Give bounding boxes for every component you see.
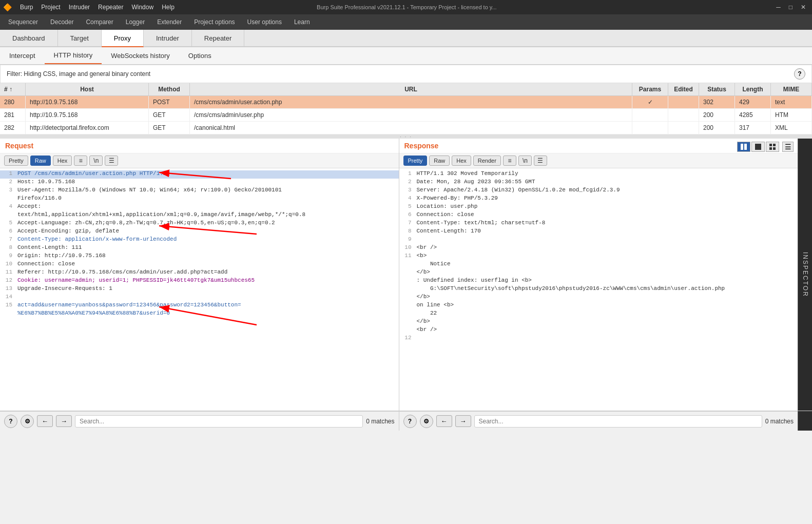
- code-line: 5 Accept-Language: zh-CN,zh;q=0.8,zh-TW;…: [0, 220, 399, 228]
- line-number: [0, 310, 15, 318]
- code-line: 8 Content-Length: 111: [0, 244, 399, 253]
- tab-decoder[interactable]: Decoder: [44, 16, 80, 28]
- response-settings-btn[interactable]: ⚙: [420, 415, 433, 428]
- response-forward-btn[interactable]: →: [455, 415, 471, 427]
- tab-project-options[interactable]: Project options: [188, 16, 241, 28]
- request-hex-btn[interactable]: Hex: [53, 156, 72, 166]
- line-number: 6: [0, 228, 15, 236]
- line-number: 10: [399, 244, 415, 253]
- tab-repeater[interactable]: Repeater: [192, 30, 244, 46]
- col-edited: Edited: [668, 83, 699, 95]
- menu-project[interactable]: Project: [37, 3, 64, 12]
- table-row[interactable]: 281 http://10.9.75.168 GET /cms/cms/admi…: [0, 109, 812, 122]
- line-content: Server: Apache/2.4.18 (Win32) OpenSSL/1.…: [415, 187, 798, 195]
- line-number: [0, 195, 15, 203]
- pane-divider[interactable]: · · ·: [0, 134, 812, 139]
- response-raw-btn[interactable]: Raw: [429, 156, 450, 166]
- response-pretty-btn[interactable]: Pretty: [403, 156, 428, 166]
- tab-extender[interactable]: Extender: [151, 16, 188, 28]
- tab-intruder[interactable]: Intruder: [144, 30, 192, 46]
- line-content: 22: [415, 310, 798, 318]
- maximize-button[interactable]: □: [786, 4, 796, 11]
- line-content: HTTP/1.1 302 Moved Temporarily: [415, 170, 798, 179]
- filter-help-button[interactable]: ?: [794, 68, 805, 80]
- menu-help[interactable]: Help: [158, 3, 179, 12]
- menu-burp[interactable]: Burp: [16, 3, 37, 12]
- view-split-btn[interactable]: [737, 142, 750, 152]
- inspector-label: INSPECTOR: [802, 252, 809, 297]
- tab-user-options[interactable]: User options: [241, 16, 288, 28]
- response-render-btn[interactable]: Render: [473, 156, 501, 166]
- request-settings-btn[interactable]: ⚙: [21, 415, 34, 428]
- table-row[interactable]: 282 http://detectportal.firefox.com GET …: [0, 122, 812, 134]
- tab-sequencer[interactable]: Sequencer: [2, 16, 44, 28]
- tab-target[interactable]: Target: [58, 30, 102, 46]
- response-help-btn[interactable]: ?: [403, 415, 417, 428]
- code-line: 15 act=add&username=yuanboss&password=12…: [0, 302, 399, 310]
- tab-logger[interactable]: Logger: [120, 16, 151, 28]
- line-content: text/html,application/xhtml+xml,applicat…: [15, 211, 399, 220]
- view-more-btn[interactable]: ☰: [782, 142, 794, 152]
- line-content: G:\SOFT\netSecurity\soft\phpstudy2016\ph…: [415, 285, 798, 294]
- response-hex-btn[interactable]: Hex: [452, 156, 471, 166]
- line-number: 7: [0, 236, 15, 244]
- minimize-button[interactable]: ─: [773, 4, 784, 11]
- request-raw-btn[interactable]: Raw: [30, 156, 51, 166]
- request-pretty-btn[interactable]: Pretty: [4, 156, 28, 166]
- tab-options[interactable]: Options: [179, 47, 221, 64]
- request-newline-btn[interactable]: \n: [89, 156, 103, 166]
- request-help-btn[interactable]: ?: [4, 415, 17, 428]
- line-content: Content-Type: text/html; charset=utf-8: [415, 220, 798, 228]
- view-single-btn[interactable]: [751, 142, 765, 152]
- code-line: 6 Accept-Encoding: gzip, deflate: [0, 228, 399, 236]
- line-content: </b>: [415, 269, 798, 277]
- tab-intercept[interactable]: Intercept: [0, 47, 45, 64]
- view-grid-btn[interactable]: [766, 142, 779, 152]
- line-content: Connection: close: [415, 211, 798, 220]
- request-back-btn[interactable]: ←: [37, 415, 53, 427]
- response-search-input[interactable]: [474, 415, 762, 428]
- cell-length: 429: [735, 96, 771, 108]
- code-line: 8 Content-Length: 170: [399, 228, 798, 236]
- menu-intruder[interactable]: Intruder: [65, 3, 94, 12]
- tab-http-history[interactable]: HTTP history: [45, 47, 102, 64]
- response-newline-btn[interactable]: \n: [518, 156, 532, 166]
- response-matches: 0 matches: [765, 418, 794, 425]
- cell-mime: HTM: [771, 109, 812, 121]
- request-forward-btn[interactable]: →: [56, 415, 72, 427]
- code-line: 2 Date: Mon, 28 Aug 2023 09:36:55 GMT: [399, 179, 798, 187]
- code-line: 9 Origin: http://10.9.75.168: [0, 253, 399, 261]
- line-content: on line <b>: [415, 302, 798, 310]
- col-status: Status: [699, 83, 735, 95]
- tab-dashboard[interactable]: Dashboard: [0, 30, 58, 46]
- table-header: # ↑ Host Method URL Params Edited Status…: [0, 83, 812, 96]
- response-back-btn[interactable]: ←: [436, 415, 452, 427]
- close-button[interactable]: ✕: [798, 4, 809, 11]
- code-line: 1 POST /cms/cms/admin/user.action.php HT…: [0, 170, 399, 179]
- cell-status: 200: [699, 122, 735, 134]
- request-header: Request: [0, 139, 399, 153]
- tab-learn[interactable]: Learn: [288, 16, 316, 28]
- tab-comparer[interactable]: Comparer: [80, 16, 119, 28]
- line-number: [0, 211, 15, 220]
- tab-websockets-history[interactable]: WebSockets history: [102, 47, 179, 64]
- request-menu-btn[interactable]: ☰: [105, 156, 118, 166]
- menu-window[interactable]: Window: [127, 3, 158, 12]
- request-toolbar: Pretty Raw Hex ≡ \n ☰: [0, 153, 399, 168]
- line-number: [399, 285, 415, 294]
- cell-length: 4285: [735, 109, 771, 121]
- cell-url: /cms/cms/admin/user.php: [190, 109, 632, 121]
- response-menu-btn[interactable]: ☰: [534, 156, 547, 166]
- menu-repeater[interactable]: Repeater: [94, 3, 127, 12]
- code-line: 5 Location: user.php: [399, 203, 798, 211]
- table-row[interactable]: 280 http://10.9.75.168 POST /cms/cms/adm…: [0, 96, 812, 109]
- request-format-btn[interactable]: ≡: [74, 156, 87, 166]
- tab-proxy[interactable]: Proxy: [102, 30, 144, 47]
- request-search-input[interactable]: [75, 415, 363, 428]
- code-line: </b>: [399, 318, 798, 326]
- line-number: 4: [0, 203, 15, 211]
- response-format-btn[interactable]: ≡: [503, 156, 516, 166]
- line-number: 9: [399, 236, 415, 244]
- code-line: </b>: [399, 294, 798, 302]
- code-line: 12: [399, 335, 798, 343]
